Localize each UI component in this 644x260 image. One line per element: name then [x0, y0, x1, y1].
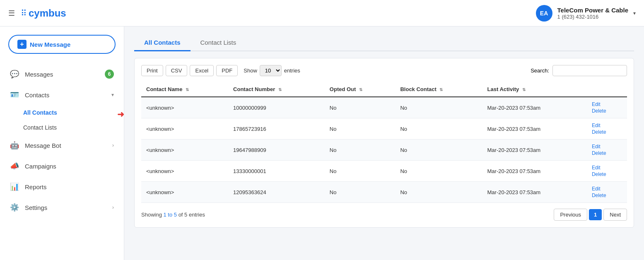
- cell-opted-out: No: [325, 140, 396, 161]
- sidebar-item-label: Settings: [25, 204, 112, 211]
- col-header-actions: [587, 82, 627, 97]
- cell-block-contact: No: [395, 140, 482, 161]
- sort-block-contact-icon: ⇅: [439, 87, 443, 92]
- sidebar-item-message-bot[interactable]: 🤖 Message Bot ›: [0, 135, 124, 156]
- search-input[interactable]: [552, 65, 627, 76]
- edit-link[interactable]: Edit: [592, 165, 622, 171]
- hamburger-icon[interactable]: ☰: [8, 9, 15, 18]
- edit-link[interactable]: Edit: [592, 144, 622, 149]
- sidebar-item-all-contacts[interactable]: All Contacts ➜: [0, 105, 124, 120]
- cell-contact-name: <unknown>: [141, 140, 228, 161]
- cell-last-activity: Mar-20-2023 07:53am: [482, 118, 587, 140]
- sidebar-item-label: Reports: [25, 183, 114, 190]
- col-header-opted-out[interactable]: Opted Out ⇅: [325, 82, 396, 97]
- table-controls: Print CSV Excel PDF Show 10 25 50 entrie…: [141, 65, 627, 76]
- message-bot-chevron-icon: ›: [112, 142, 114, 148]
- csv-button[interactable]: CSV: [166, 65, 188, 76]
- sidebar-item-contacts[interactable]: 🪪 Contacts ▾: [0, 84, 124, 105]
- cell-actions: Edit Delete: [587, 97, 627, 118]
- page-1-button[interactable]: 1: [589, 209, 602, 220]
- org-info: TeleCom Power & Cable 1 (623) 432-1016: [557, 7, 628, 20]
- pdf-button[interactable]: PDF: [216, 65, 238, 76]
- settings-chevron-icon: ›: [112, 205, 114, 210]
- cell-actions: Edit Delete: [587, 118, 627, 140]
- sidebar-item-settings[interactable]: ⚙️ Settings ›: [0, 197, 124, 218]
- edit-link[interactable]: Edit: [592, 101, 622, 107]
- cell-contact-name: <unknown>: [141, 118, 228, 140]
- cell-last-activity: Mar-20-2023 07:53am: [482, 182, 587, 203]
- delete-link[interactable]: Delete: [592, 193, 622, 198]
- avatar: EA: [536, 5, 552, 22]
- sidebar: + New Message 💬 Messages 6 🪪 Contacts ▾ …: [0, 26, 124, 260]
- sidebar-item-campaigns[interactable]: 📣 Campaigns: [0, 156, 124, 176]
- table-footer: Showing 1 to 5 of 5 entries Previous 1 N…: [141, 209, 627, 221]
- edit-link[interactable]: Edit: [592, 186, 622, 192]
- show-entries-select[interactable]: 10 25 50: [260, 65, 282, 76]
- contact-lists-label: Contact Lists: [23, 124, 57, 131]
- cell-contact-number: 19647988909: [228, 140, 325, 161]
- cell-contact-name: <unknown>: [141, 161, 228, 182]
- cell-last-activity: Mar-20-2023 07:53am: [482, 140, 587, 161]
- print-button[interactable]: Print: [141, 65, 163, 76]
- col-header-contact-name[interactable]: Contact Name ⇅: [141, 82, 228, 97]
- sidebar-item-reports[interactable]: 📊 Reports: [0, 176, 124, 197]
- table-row: <unknown>13330000001NoNoMar-20-2023 07:5…: [141, 161, 627, 182]
- messages-badge: 6: [105, 70, 114, 79]
- sort-opted-out-icon: ⇅: [359, 87, 362, 92]
- reports-icon: 📊: [10, 182, 19, 191]
- all-contacts-label: All Contacts: [23, 109, 57, 116]
- tab-contact-lists[interactable]: Contact Lists: [191, 35, 246, 51]
- edit-link[interactable]: Edit: [592, 123, 622, 128]
- sidebar-item-label: Message Bot: [25, 142, 112, 149]
- contacts-chevron-icon: ▾: [111, 92, 114, 98]
- new-message-button[interactable]: + New Message: [8, 35, 116, 54]
- messages-icon: 💬: [10, 70, 19, 79]
- contacts-icon: 🪪: [10, 90, 19, 99]
- cell-block-contact: No: [395, 97, 482, 118]
- cell-actions: Edit Delete: [587, 182, 627, 203]
- cell-block-contact: No: [395, 161, 482, 182]
- cell-block-contact: No: [395, 182, 482, 203]
- show-label: Show: [244, 67, 257, 74]
- showing-text: Showing 1 to 5 of 5 entries: [141, 212, 205, 218]
- settings-icon: ⚙️: [10, 203, 19, 212]
- delete-link[interactable]: Delete: [592, 129, 622, 135]
- col-header-last-activity[interactable]: Last Activity ⇅: [482, 82, 587, 97]
- col-header-block-contact[interactable]: Block Contact ⇅: [395, 82, 482, 97]
- cell-contact-number: 17865723916: [228, 118, 325, 140]
- sidebar-item-contact-lists[interactable]: Contact Lists: [0, 120, 124, 135]
- cell-contact-number: 10000000999: [228, 97, 325, 118]
- delete-link[interactable]: Delete: [592, 171, 622, 177]
- next-button[interactable]: Next: [603, 209, 627, 221]
- tab-all-contacts[interactable]: All Contacts: [134, 35, 191, 51]
- delete-link[interactable]: Delete: [592, 150, 622, 156]
- sort-contact-number-icon: ⇅: [278, 87, 282, 92]
- org-chevron-icon[interactable]: ▾: [633, 10, 636, 16]
- cell-contact-name: <unknown>: [141, 97, 228, 118]
- delete-link[interactable]: Delete: [592, 108, 622, 114]
- cell-contact-number: 12095363624: [228, 182, 325, 203]
- cell-block-contact: No: [395, 118, 482, 140]
- sidebar-item-messages[interactable]: 💬 Messages 6: [0, 64, 124, 84]
- sort-contact-name-icon: ⇅: [186, 87, 189, 92]
- cell-opted-out: No: [325, 97, 396, 118]
- table-row: <unknown>10000000999NoNoMar-20-2023 07:5…: [141, 97, 627, 118]
- table-row: <unknown>19647988909NoNoMar-20-2023 07:5…: [141, 140, 627, 161]
- app-header: ☰ ⠿ cymbus EA TeleCom Power & Cable 1 (6…: [0, 0, 644, 26]
- col-header-contact-number[interactable]: Contact Number ⇅: [228, 82, 325, 97]
- cell-opted-out: No: [325, 161, 396, 182]
- previous-button[interactable]: Previous: [554, 209, 587, 221]
- cell-contact-number: 13330000001: [228, 161, 325, 182]
- main-content: All Contacts Contact Lists Print CSV Exc…: [124, 26, 644, 260]
- logo-dots-icon: ⠿: [21, 8, 26, 18]
- sort-last-activity-icon: ⇅: [522, 87, 526, 92]
- table-row: <unknown>12095363624NoNoMar-20-2023 07:5…: [141, 182, 627, 203]
- entries-label: entries: [284, 67, 300, 74]
- showing-range: 1 to 5: [163, 212, 177, 218]
- excel-button[interactable]: Excel: [190, 65, 214, 76]
- pagination: Previous 1 Next: [554, 209, 627, 221]
- search-label: Search:: [531, 67, 549, 74]
- cell-contact-name: <unknown>: [141, 182, 228, 203]
- sidebar-item-label: Contacts: [25, 91, 111, 99]
- cell-opted-out: No: [325, 182, 396, 203]
